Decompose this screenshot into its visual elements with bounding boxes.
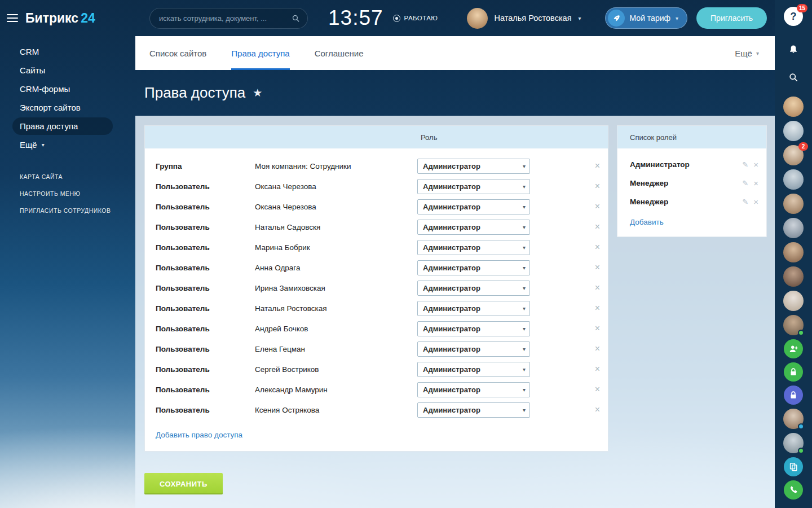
avatar[interactable] bbox=[783, 169, 804, 190]
sidebar-item-sites[interactable]: Сайты bbox=[12, 62, 113, 79]
remove-row-icon[interactable]: × bbox=[595, 202, 600, 211]
add-role-link[interactable]: Добавить bbox=[630, 218, 664, 226]
phone-icon[interactable] bbox=[784, 480, 803, 500]
remove-row-icon[interactable]: × bbox=[595, 182, 600, 191]
role-select[interactable]: Администратор▾ bbox=[417, 362, 530, 377]
lock-icon[interactable] bbox=[784, 362, 803, 382]
add-person-icon[interactable] bbox=[784, 339, 803, 358]
app-root: Битрикс24 CRMСайтыCRM-формыЭкспорт сайто… bbox=[0, 0, 812, 508]
subject-type-label: Пользователь bbox=[156, 182, 255, 191]
search-icon[interactable] bbox=[291, 14, 301, 23]
sidebar-item-configure-menu[interactable]: НАСТРОИТЬ МЕНЮ bbox=[20, 185, 135, 202]
tariff-button[interactable]: Мой тариф ▾ bbox=[605, 7, 688, 29]
remove-row-icon[interactable]: × bbox=[595, 405, 600, 414]
bell-icon[interactable] bbox=[784, 40, 803, 59]
remove-row-icon[interactable]: × bbox=[595, 304, 600, 313]
brand-logo[interactable]: Битрикс24 bbox=[25, 11, 95, 26]
role-select[interactable]: Администратор▾ bbox=[417, 199, 530, 214]
remove-row-icon[interactable]: × bbox=[595, 385, 600, 394]
tab-access-rights[interactable]: Права доступа bbox=[231, 36, 289, 70]
avatar[interactable] bbox=[783, 315, 804, 335]
remove-row-icon[interactable]: × bbox=[595, 283, 600, 292]
avatar[interactable]: 2 bbox=[783, 145, 804, 165]
sidebar-item-sitemap[interactable]: КАРТА САЙТА bbox=[20, 168, 135, 185]
role-select[interactable]: Администратор▾ bbox=[417, 159, 530, 174]
remove-row-icon[interactable]: × bbox=[595, 344, 600, 353]
sidebar-item-more[interactable]: Ещё▾ bbox=[12, 136, 113, 154]
left-sidebar: Битрикс24 CRMСайтыCRM-формыЭкспорт сайто… bbox=[0, 0, 135, 508]
role-select[interactable]: Администратор▾ bbox=[417, 382, 530, 397]
avatar[interactable] bbox=[783, 218, 804, 238]
main-column: 13:57 РАБОТАЮ Наталья Ростовская ▾ Мой т… bbox=[135, 0, 775, 508]
access-row: ПользовательМарина БобрикАдминистратор▾× bbox=[145, 237, 608, 257]
edit-icon[interactable]: ✎ bbox=[742, 179, 748, 187]
sidebar-item-crm[interactable]: CRM bbox=[12, 43, 113, 60]
remove-row-icon[interactable]: × bbox=[595, 263, 600, 272]
sidebar-item-access-rights[interactable]: Права доступа bbox=[12, 117, 113, 135]
help-icon[interactable]: ?15 bbox=[784, 7, 803, 26]
sidebar-item-invite-employees[interactable]: ПРИГЛАСИТЬ СОТРУДНИКОВ bbox=[20, 202, 135, 219]
avatar[interactable] bbox=[783, 433, 804, 453]
save-button[interactable]: СОХРАНИТЬ bbox=[144, 473, 223, 494]
sidebar-menu: CRMСайтыCRM-формыЭкспорт сайтовПрава дос… bbox=[0, 36, 135, 154]
remove-row-icon[interactable]: × bbox=[595, 324, 600, 333]
role-select[interactable]: Администратор▾ bbox=[417, 220, 530, 235]
role-select[interactable]: Администратор▾ bbox=[417, 341, 530, 357]
edit-icon[interactable]: ✎ bbox=[742, 198, 748, 206]
role-name-label: Менеджер bbox=[630, 198, 668, 206]
work-status[interactable]: РАБОТАЮ bbox=[393, 15, 438, 22]
sidebar-item-label: Права доступа bbox=[20, 121, 78, 131]
remove-row-icon[interactable]: × bbox=[595, 243, 600, 252]
avatar[interactable] bbox=[783, 266, 804, 287]
role-name-label: Администратор bbox=[630, 160, 690, 169]
sidebar-item-label: Экспорт сайтов bbox=[20, 103, 81, 112]
chevron-down-icon: ▾ bbox=[523, 224, 526, 230]
search-icon[interactable] bbox=[784, 68, 803, 87]
role-item: Менеджер✎× bbox=[630, 192, 758, 211]
remove-row-icon[interactable]: × bbox=[595, 222, 600, 231]
role-select[interactable]: Администратор▾ bbox=[417, 321, 530, 336]
role-select[interactable]: Администратор▾ bbox=[417, 179, 530, 194]
avatar[interactable] bbox=[783, 291, 804, 311]
delete-icon[interactable]: × bbox=[753, 178, 758, 188]
sidebar-item-crm-forms[interactable]: CRM-формы bbox=[12, 80, 113, 98]
search-input[interactable] bbox=[159, 14, 291, 23]
invite-button[interactable]: Пригласить bbox=[696, 7, 767, 29]
user-menu[interactable]: Наталья Ростовская ▾ bbox=[467, 8, 581, 29]
role-select[interactable]: Администратор▾ bbox=[417, 240, 530, 255]
avatar[interactable] bbox=[783, 121, 804, 141]
worktime-clock[interactable]: 13:57 bbox=[328, 6, 383, 30]
avatar[interactable] bbox=[783, 242, 804, 262]
global-search[interactable] bbox=[149, 8, 308, 29]
menu-icon[interactable] bbox=[7, 14, 18, 22]
favorite-star-icon[interactable]: ★ bbox=[253, 86, 262, 99]
delete-icon[interactable]: × bbox=[753, 160, 758, 169]
avatar[interactable] bbox=[783, 97, 804, 117]
subject-type-label: Пользователь bbox=[156, 203, 255, 211]
question-mark-glyph: ? bbox=[791, 11, 797, 23]
save-row: СОХРАНИТЬ bbox=[144, 473, 767, 494]
tab-site-list[interactable]: Список сайтов bbox=[149, 36, 206, 70]
lock-icon[interactable] bbox=[784, 386, 803, 405]
subject-name-label: Оксана Черезова bbox=[255, 203, 417, 211]
add-access-right-link[interactable]: Добавить право доступа bbox=[156, 431, 242, 439]
edit-icon[interactable]: ✎ bbox=[742, 160, 748, 169]
tab-agreement[interactable]: Соглашение bbox=[315, 36, 364, 70]
avatar[interactable] bbox=[467, 8, 488, 29]
chevron-down-icon: ▾ bbox=[42, 142, 45, 148]
screen-share-icon[interactable] bbox=[784, 457, 803, 476]
remove-row-icon[interactable]: × bbox=[595, 365, 600, 374]
role-select-value: Администратор bbox=[423, 223, 480, 231]
avatar[interactable] bbox=[783, 409, 804, 429]
role-select-value: Администратор bbox=[423, 406, 480, 414]
role-select[interactable]: Администратор▾ bbox=[417, 301, 530, 316]
remove-row-icon[interactable]: × bbox=[595, 161, 600, 170]
role-select[interactable]: Администратор▾ bbox=[417, 281, 530, 296]
delete-icon[interactable]: × bbox=[753, 197, 758, 207]
role-select[interactable]: Администратор▾ bbox=[417, 402, 530, 418]
sidebar-item-site-export[interactable]: Экспорт сайтов bbox=[12, 99, 113, 116]
avatar[interactable] bbox=[783, 194, 804, 214]
role-select[interactable]: Администратор▾ bbox=[417, 260, 530, 275]
subject-name-label: Ирина Замиховская bbox=[255, 284, 417, 292]
tabs-more-button[interactable]: Ещё ▾ bbox=[735, 36, 759, 70]
